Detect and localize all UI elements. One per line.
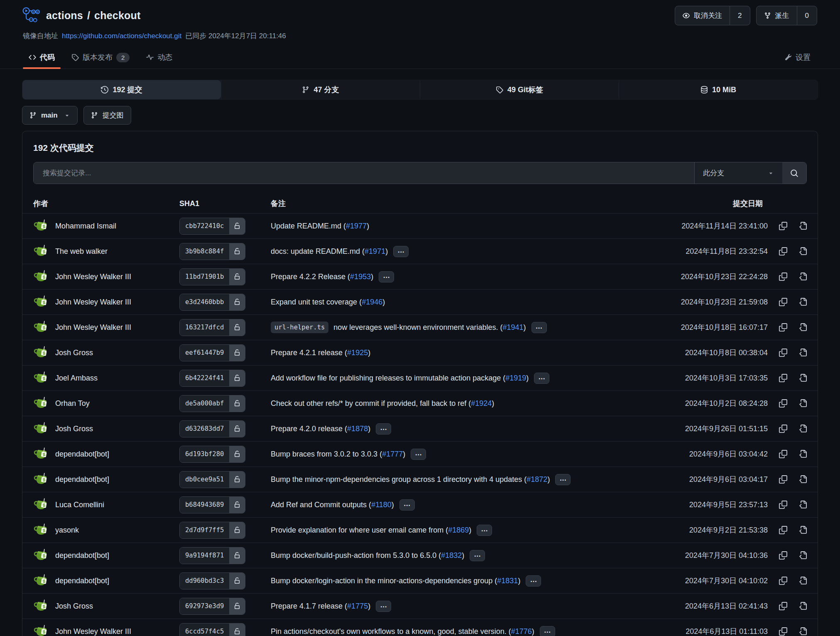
browse-source-button[interactable] (798, 323, 807, 332)
stat-tags[interactable]: 49 Git标签 (420, 80, 619, 99)
browse-source-button[interactable] (798, 273, 807, 281)
commit-author-cell[interactable]: John Wesley Walker III (33, 319, 179, 335)
browse-source-button[interactable] (798, 450, 807, 458)
org-avatar-actions-logo[interactable] (22, 7, 40, 25)
browse-source-button[interactable] (798, 247, 807, 255)
commit-sha-chip[interactable]: 6b42224f41 (179, 370, 245, 387)
pr-link[interactable]: #1977 (346, 222, 367, 231)
browse-source-button[interactable] (798, 551, 807, 560)
copy-sha-button[interactable] (779, 323, 787, 332)
copy-sha-button[interactable] (779, 526, 787, 534)
copy-sha-button[interactable] (779, 602, 787, 610)
pr-link[interactable]: #1971 (365, 247, 385, 256)
browse-source-button[interactable] (798, 475, 807, 484)
copy-sha-button[interactable] (779, 349, 787, 357)
expand-commit-body-button[interactable]: … (393, 246, 409, 257)
pr-link[interactable]: #1777 (382, 450, 403, 459)
copy-sha-button[interactable] (779, 501, 787, 509)
copy-sha-button[interactable] (779, 475, 787, 484)
commit-author-cell[interactable]: Josh Gross (33, 345, 179, 361)
copy-sha-button[interactable] (779, 551, 787, 560)
commit-author-cell[interactable]: Luca Comellini (33, 497, 179, 513)
pr-link[interactable]: #1924 (471, 399, 492, 408)
commit-author-cell[interactable]: Joel Ambass (33, 370, 179, 386)
commit-sha-chip[interactable]: e3d2460bbb (179, 294, 245, 311)
tab-code[interactable]: 代码 (22, 48, 61, 69)
browse-source-button[interactable] (798, 577, 807, 585)
pr-link[interactable]: #1832 (441, 551, 462, 560)
pr-link[interactable]: #1180 (371, 501, 392, 509)
commit-sha-chip[interactable]: db0cee9a51 (179, 471, 245, 488)
browse-source-button[interactable] (798, 526, 807, 534)
pr-link[interactable]: #1925 (347, 349, 368, 357)
stat-branches[interactable]: 47 分支 (221, 80, 420, 99)
commit-author-cell[interactable]: John Wesley Walker III (33, 624, 179, 636)
copy-sha-button[interactable] (779, 450, 787, 458)
copy-sha-button[interactable] (779, 247, 787, 255)
pr-link[interactable]: #1831 (497, 577, 518, 585)
commit-sha-chip[interactable]: 6d193bf280 (179, 446, 245, 463)
expand-commit-body-button[interactable]: … (477, 525, 492, 536)
commit-author-cell[interactable]: dependabot[bot] (33, 548, 179, 563)
commit-author-cell[interactable]: Mohammad Ismail (33, 218, 179, 234)
pr-link[interactable]: #1941 (503, 323, 524, 332)
pr-link[interactable]: #1946 (362, 298, 382, 307)
expand-commit-body-button[interactable]: … (526, 575, 541, 587)
expand-commit-body-button[interactable]: … (534, 373, 549, 384)
copy-sha-button[interactable] (779, 425, 787, 433)
repo-link[interactable]: checkout (94, 10, 140, 22)
copy-sha-button[interactable] (779, 298, 787, 306)
pr-link[interactable]: #1869 (448, 526, 469, 535)
browse-source-button[interactable] (798, 602, 807, 610)
commit-sha-chip[interactable]: eef61447b9 (179, 344, 245, 361)
expand-commit-body-button[interactable]: … (376, 423, 391, 435)
expand-commit-body-button[interactable]: … (555, 474, 571, 485)
browse-source-button[interactable] (798, 298, 807, 306)
search-button[interactable] (782, 162, 806, 184)
pr-link[interactable]: #1878 (347, 425, 368, 433)
copy-sha-button[interactable] (779, 374, 787, 382)
commit-sha-chip[interactable]: 9a9194f871 (179, 547, 245, 564)
copy-sha-button[interactable] (779, 627, 787, 636)
pr-link[interactable]: #1775 (347, 602, 368, 611)
browse-source-button[interactable] (798, 627, 807, 636)
expand-commit-body-button[interactable]: … (376, 601, 391, 612)
commit-sha-chip[interactable]: b684943689 (179, 496, 245, 513)
copy-sha-button[interactable] (779, 399, 787, 408)
commit-sha-chip[interactable]: 11bd71901b (179, 268, 245, 285)
pr-link[interactable]: #1872 (527, 475, 547, 484)
watch-button[interactable]: 取消关注 2 (675, 6, 750, 25)
commit-author-cell[interactable]: John Wesley Walker III (33, 269, 179, 285)
browse-source-button[interactable] (798, 501, 807, 509)
commit-sha-chip[interactable]: 3b9b8c884f (179, 243, 245, 260)
browse-source-button[interactable] (798, 399, 807, 408)
commit-author-cell[interactable]: John Wesley Walker III (33, 294, 179, 310)
commit-sha-chip[interactable]: de5a000abf (179, 395, 245, 412)
tab-activity[interactable]: 动态 (140, 48, 179, 69)
commit-author-cell[interactable]: dependabot[bot] (33, 471, 179, 487)
branch-scope-select[interactable]: 此分支 (694, 162, 782, 184)
expand-commit-body-button[interactable]: … (399, 499, 415, 511)
copy-sha-button[interactable] (779, 577, 787, 585)
copy-sha-button[interactable] (779, 222, 787, 230)
expand-commit-body-button[interactable]: … (540, 626, 555, 636)
owner-link[interactable]: actions (46, 10, 83, 22)
commit-author-cell[interactable]: The web walker (33, 243, 179, 259)
browse-source-button[interactable] (798, 349, 807, 357)
watch-count[interactable]: 2 (730, 6, 749, 25)
fork-button[interactable]: 派生 0 (756, 6, 817, 25)
commit-author-cell[interactable]: Josh Gross (33, 598, 179, 614)
commit-sha-chip[interactable]: 692973e3d9 (179, 598, 245, 615)
tab-releases[interactable]: 版本发布 2 (65, 48, 136, 69)
search-input[interactable] (34, 162, 694, 184)
branch-selector[interactable]: main (22, 106, 78, 125)
commit-author-cell[interactable]: dependabot[bot] (33, 446, 179, 462)
commit-sha-chip[interactable]: cbb722410c (179, 218, 245, 235)
commit-graph-button[interactable]: 提交图 (83, 106, 131, 125)
expand-commit-body-button[interactable]: … (531, 322, 547, 333)
browse-source-button[interactable] (798, 374, 807, 382)
tab-settings[interactable]: 设置 (778, 48, 817, 69)
commit-sha-chip[interactable]: 163217dfcd (179, 319, 245, 336)
commit-author-cell[interactable]: Josh Gross (33, 421, 179, 437)
commit-author-cell[interactable]: dependabot[bot] (33, 573, 179, 589)
